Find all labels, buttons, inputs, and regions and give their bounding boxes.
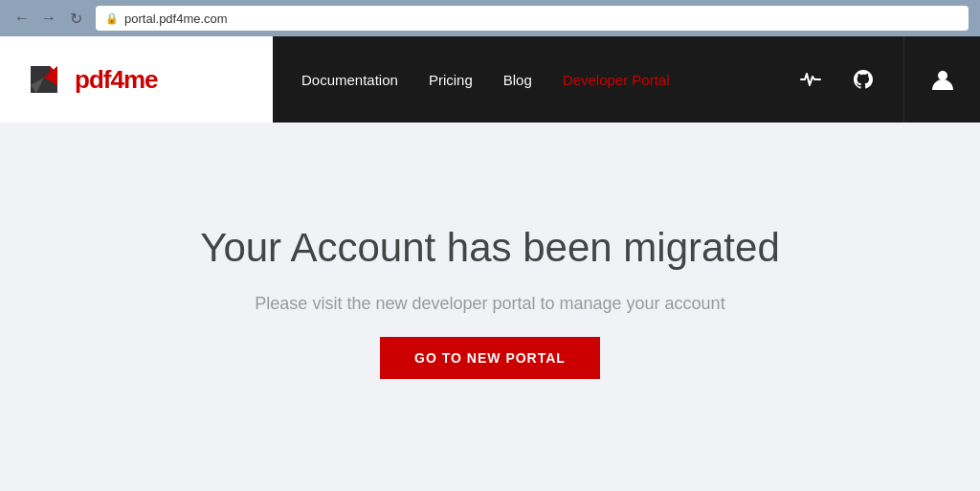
page-subtext: Please visit the new developer portal to… [255,294,724,314]
page-headline: Your Account has been migrated [200,225,780,271]
nav-blog[interactable]: Blog [503,72,532,88]
site-navigation: pdf4me Documentation Pricing Blog Develo… [0,36,980,123]
url-text: portal.pdf4me.com [124,11,228,26]
pulse-icon [800,69,821,90]
browser-nav-buttons: ← → ↻ [11,8,86,29]
forward-button[interactable]: → [38,8,59,29]
svg-point-4 [938,71,947,80]
nav-developer-portal[interactable]: Developer Portal [563,72,670,88]
nav-pricing[interactable]: Pricing [429,72,473,88]
logo-container[interactable]: pdf4me [23,58,157,100]
back-button[interactable]: ← [11,8,33,29]
nav-links-area: Documentation Pricing Blog Developer Por… [273,36,903,123]
logo-icon [23,58,65,100]
pulse-icon-button[interactable] [800,69,821,90]
main-content: Your Account has been migrated Please vi… [0,123,980,481]
go-to-portal-button[interactable]: GO TO NEW PORTAL [380,337,600,379]
address-bar[interactable]: 🔒 portal.pdf4me.com [96,6,969,31]
github-icon [852,68,875,91]
logo-area: pdf4me [0,36,273,123]
github-icon-button[interactable] [852,68,875,91]
user-icon-area[interactable] [903,36,980,123]
refresh-button[interactable]: ↻ [65,8,86,29]
browser-chrome: ← → ↻ 🔒 portal.pdf4me.com [0,0,980,36]
user-icon [930,67,955,92]
lock-icon: 🔒 [105,12,119,25]
nav-documentation[interactable]: Documentation [301,72,398,88]
logo-text: pdf4me [75,65,157,95]
